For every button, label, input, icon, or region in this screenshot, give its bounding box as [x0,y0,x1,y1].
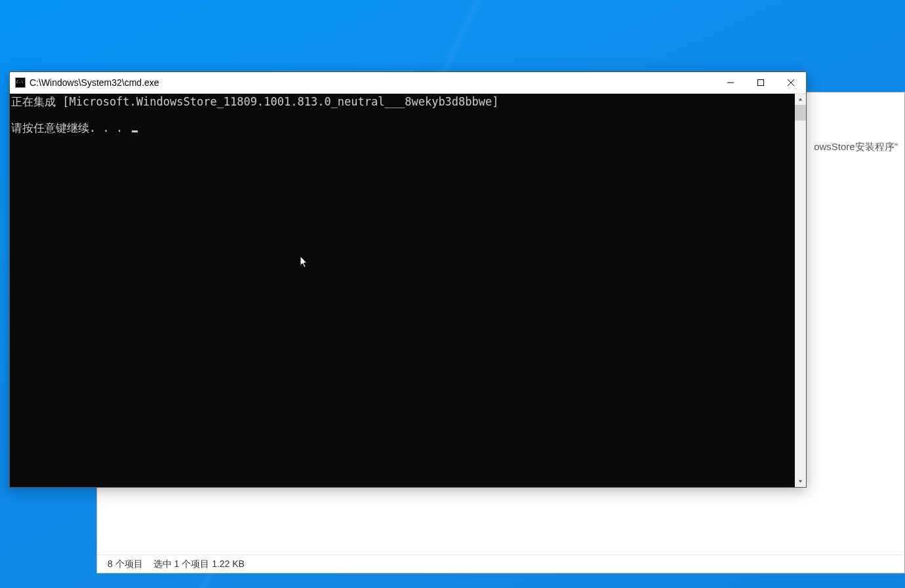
minimize-button[interactable] [715,72,746,93]
statusbar-selection: 选中 1 个项目 1.22 KB [153,559,245,570]
statusbar-item-count: 8 个项目 [108,559,143,570]
cmd-titlebar[interactable]: C:\Windows\System32\cmd.exe [10,72,806,94]
scrollbar-down-arrow[interactable] [795,476,806,487]
svg-rect-1 [758,80,764,86]
cmd-icon [15,77,26,88]
explorer-statusbar: 8 个项目 选中 1 个项目 1.22 KB [97,555,904,573]
cmd-prompt-line: 请按任意键继续. . . [11,121,795,134]
cmd-cursor [132,130,138,132]
scrollbar-up-arrow[interactable] [795,94,806,105]
cmd-window[interactable]: C:\Windows\System32\cmd.exe 正在集成 [Micros [9,71,807,488]
maximize-button[interactable] [746,72,776,93]
maximize-icon [757,79,764,86]
close-button[interactable] [776,72,806,93]
close-icon [788,79,794,86]
cmd-window-title: C:\Windows\System32\cmd.exe [30,77,715,88]
explorer-address-fragment: owsStore安装程序" [807,137,904,157]
cmd-output-line: 正在集成 [Microsoft.WindowsStore_11809.1001.… [11,95,795,108]
scrollbar-track[interactable] [795,105,806,476]
minimize-icon [727,79,734,86]
cmd-vertical-scrollbar[interactable] [795,94,806,487]
scrollbar-thumb[interactable] [795,105,806,121]
cmd-terminal-content[interactable]: 正在集成 [Microsoft.WindowsStore_11809.1001.… [10,94,795,487]
window-controls [715,72,806,93]
